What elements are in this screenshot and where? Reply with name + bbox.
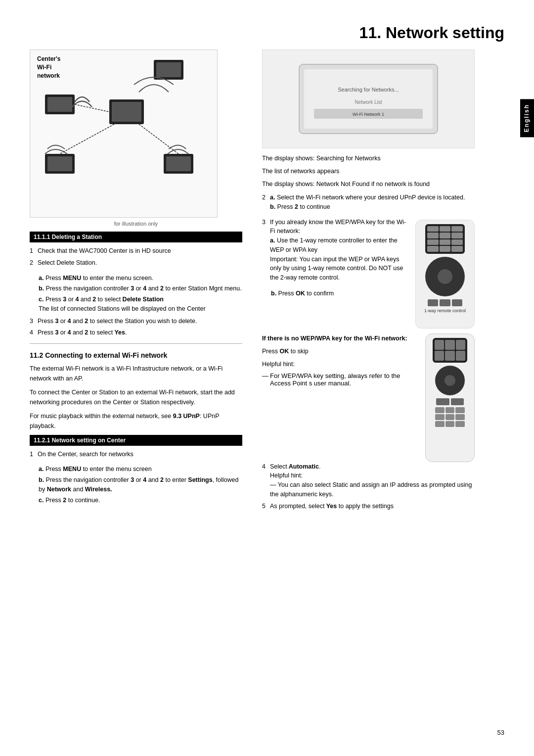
substep-1121-b: b. Press the navigation controller 3 or …	[39, 475, 242, 494]
remote2-num-buttons	[435, 407, 465, 427]
r2-n5	[445, 414, 455, 420]
remote-btn-11	[440, 246, 451, 252]
remote-btn-3	[451, 226, 463, 232]
remote2-top-buttons	[433, 338, 467, 363]
section-1111-steps: 1 Check that the WAC7000 Center is in HD…	[30, 246, 242, 268]
svg-text:Network List: Network List	[355, 99, 382, 105]
svg-rect-8	[166, 156, 191, 171]
step-5-item: 5 As prompted, select Yes to apply the s…	[262, 502, 475, 511]
substep-2a: a. Press MENU to enter the menu screen.	[39, 274, 242, 283]
section-1111-header: 11.1.1 Deleting a Station	[30, 232, 242, 242]
substep-1121-c: c. Press 2 to continue.	[39, 496, 242, 505]
remote-bottom-buttons	[428, 299, 462, 306]
r2-btn4	[435, 351, 444, 361]
section-1121-header: 11.2.1 Network setting on Center	[30, 435, 242, 446]
network-diagram-svg	[35, 55, 218, 203]
step-1: 1 Check that the WAC7000 Center is in HD…	[30, 246, 242, 256]
step-4-list: 4 Select Automatic. Helpful hint: — You …	[262, 462, 475, 511]
remote2-dpad-center	[445, 375, 455, 386]
r2-n2	[445, 407, 455, 413]
remote-btn-7	[427, 239, 439, 245]
r2-mid1	[436, 398, 449, 405]
r2-mid2	[451, 398, 464, 405]
remote-control-image: 1-way remote control	[415, 220, 475, 329]
remote-dpad	[425, 257, 465, 296]
remote-btn-2	[440, 226, 451, 232]
r2-n1	[435, 407, 445, 413]
svg-rect-0	[156, 62, 181, 77]
remote-btn-b	[440, 299, 450, 306]
display-text-1: The display shows: Searching for Network…	[262, 153, 475, 163]
page-title-area: 11. Network setting	[359, 24, 504, 42]
r2-n6	[455, 414, 465, 420]
remote2-dpad	[435, 366, 465, 395]
remote-control-2-area: If there is no WEP/WPA key for the Wi-Fi…	[262, 333, 475, 387]
r2-n8	[445, 421, 455, 427]
section-112-body3: For music playback within the external n…	[30, 411, 242, 431]
r2-btn2	[445, 340, 454, 350]
remote-btn-5	[440, 233, 451, 238]
page-number: 53	[497, 729, 504, 736]
wifi-diagram: Center's Wi-Fi network	[30, 49, 218, 218]
substep-2b: b. Press the navigation controller 3 or …	[39, 284, 242, 293]
remote-label: 1-way remote control	[424, 308, 466, 313]
step-2-substeps: a. Press MENU to enter the menu screen. …	[39, 274, 242, 314]
display-svg: Searching for Networks... Network List W…	[269, 54, 467, 143]
substep-2c: c. Press 3 or 4 and 2 to select Delete S…	[39, 295, 242, 314]
svg-rect-6	[47, 156, 72, 171]
remote-btn-6	[451, 233, 463, 238]
step-4: 4 Press 3 or 4 and 2 to select Yes.	[30, 328, 242, 337]
right-column: Searching for Networks... Network List W…	[262, 49, 504, 517]
page-title: 11. Network setting	[359, 24, 504, 42]
svg-rect-4	[112, 102, 141, 122]
wifi-label: Center's Wi-Fi network	[37, 55, 61, 80]
section-112-body2: To connect the Center or Station to an e…	[30, 387, 242, 407]
right-step-2-item: 2 a. Select the Wi-Fi network where your…	[262, 193, 475, 212]
remote-btn-8	[440, 239, 451, 245]
step-3-item: 3 If you already know the WEP/WPA key fo…	[262, 218, 410, 283]
step-4-area: 4 Select Automatic. Helpful hint: — You …	[262, 462, 475, 511]
svg-rect-2	[47, 97, 72, 112]
r2-btn1	[435, 340, 444, 350]
remote2-mid-buttons	[436, 398, 464, 405]
remote-btn-1	[427, 226, 439, 232]
step-1-1121: 1 On the Center, search for networks	[30, 450, 242, 459]
r2-n4	[435, 414, 445, 420]
step-3-area: 1-way remote control 3 If you already kn…	[262, 218, 475, 329]
network-display-image: Searching for Networks... Network List W…	[262, 49, 475, 148]
remote-buttons-top	[425, 224, 465, 254]
right-step-2: 2 a. Select the Wi-Fi network where your…	[262, 193, 475, 212]
illustration-text: for illustration only	[30, 221, 242, 227]
english-language-tab: English	[520, 99, 534, 137]
section-1111-steps-34: 3 Press 3 or 4 and 2 to select the Stati…	[30, 317, 242, 338]
r2-btn6	[456, 351, 465, 361]
r2-n9	[455, 421, 465, 427]
r2-n3	[455, 407, 465, 413]
display-text-3: The display shows: Network Not Found if …	[262, 179, 475, 189]
remote-btn-4	[427, 233, 439, 238]
section-112-body1: The external Wi-Fi network is a Wi-Fi In…	[30, 364, 242, 383]
remote-btn-9	[451, 239, 463, 245]
section-1121-steps: 1 On the Center, search for networks	[30, 450, 242, 459]
step-4-item: 4 Select Automatic. Helpful hint: — You …	[262, 462, 475, 499]
step-3: 3 Press 3 or 4 and 2 to select the Stati…	[30, 317, 242, 326]
section-112-title: 11.2 Connecting to external Wi-Fi networ…	[30, 351, 242, 361]
remote-dpad-center	[438, 269, 452, 284]
step-2: 2 Select Delete Station.	[30, 258, 242, 268]
remote-btn-12	[451, 246, 463, 252]
display-text-2: The list of networks appears	[262, 166, 475, 176]
step-1-1121-substeps: a. Press MENU to enter the menu screen b…	[39, 465, 242, 505]
divider-1	[30, 343, 242, 344]
svg-rect-10	[304, 69, 433, 129]
remote-control-2	[425, 333, 475, 462]
remote-btn-10	[427, 246, 439, 252]
svg-text:Wi-Fi Network 1: Wi-Fi Network 1	[353, 112, 384, 117]
remote-btn-a	[428, 299, 438, 306]
svg-text:Searching for Networks...: Searching for Networks...	[338, 87, 399, 93]
remote-btn-c	[452, 299, 462, 306]
hint-dash-1: — For WEP/WPA key setting, always refer …	[262, 372, 420, 387]
substep-1121-a: a. Press MENU to enter the menu screen	[39, 465, 242, 474]
left-column: Center's Wi-Fi network	[30, 49, 242, 506]
r2-n7	[435, 421, 445, 427]
r2-btn3	[456, 340, 465, 350]
